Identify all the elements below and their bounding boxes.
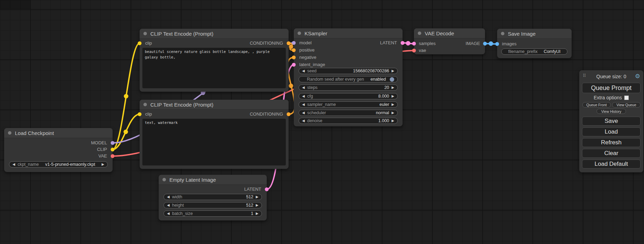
- increment-arrow-icon[interactable]: [391, 84, 394, 91]
- widget-label: ckpt_name: [18, 162, 39, 167]
- input-slot-vae: vae: [419, 48, 426, 53]
- widget-value: 512: [246, 203, 253, 208]
- increment-arrow-icon[interactable]: [391, 118, 394, 124]
- increment-arrow-icon[interactable]: [256, 194, 258, 200]
- wire-positive: [289, 43, 294, 50]
- extra-options-checkbox[interactable]: [624, 96, 629, 100]
- increment-arrow-icon[interactable]: [391, 93, 394, 99]
- batch-size-widget[interactable]: batch_size 1: [164, 210, 262, 217]
- node-header[interactable]: KSampler: [294, 28, 403, 38]
- view-history-button[interactable]: View History: [597, 109, 626, 114]
- input-slot-model: model: [299, 40, 311, 46]
- decrement-arrow-icon[interactable]: [167, 202, 170, 208]
- widget-label: cfg: [307, 94, 313, 99]
- drag-handle-icon[interactable]: [583, 73, 586, 78]
- collapse-dot-icon[interactable]: [143, 103, 147, 106]
- queue-prompt-button[interactable]: Queue Prompt: [582, 83, 641, 93]
- collapse-dot-icon[interactable]: [8, 131, 11, 135]
- prompt-text-input[interactable]: text, watermark: [142, 119, 286, 165]
- load-default-button[interactable]: Load Default: [582, 160, 641, 169]
- ckpt-name-widget[interactable]: ckpt_name v1-5-pruned-emaonly.ckpt: [9, 161, 108, 168]
- extra-options-row: Extra options: [579, 95, 643, 100]
- increment-arrow-icon[interactable]: [391, 68, 394, 74]
- decrement-arrow-icon[interactable]: [302, 84, 305, 91]
- node-title: Load Checkpoint: [15, 130, 54, 136]
- decrement-arrow-icon[interactable]: [167, 210, 170, 217]
- node-header[interactable]: Load Checkpoint: [4, 128, 113, 138]
- refresh-button[interactable]: Refresh: [582, 138, 641, 147]
- widget-value: 8.000: [378, 94, 389, 99]
- increment-arrow-icon[interactable]: [256, 202, 258, 208]
- cfg-widget[interactable]: cfg 8.000: [299, 93, 398, 99]
- input-slot-negative: negative: [299, 55, 316, 60]
- node-header[interactable]: CLIP Text Encode (Prompt): [140, 29, 289, 39]
- collapse-dot-icon[interactable]: [418, 31, 421, 35]
- widget-value: v1-5-pruned-emaonly.ckpt: [45, 162, 95, 167]
- wire-clip-to-clip2: [113, 114, 140, 150]
- decrement-arrow-icon[interactable]: [302, 101, 305, 108]
- wire-midpoint-dot: [124, 130, 128, 134]
- widget-label: width: [172, 195, 182, 199]
- widget-value: 156680208700286: [353, 69, 389, 73]
- node-empty-latent-image[interactable]: Empty Latent Image LATENT width 512 heig…: [159, 175, 267, 220]
- collapse-dot-icon[interactable]: [298, 31, 301, 35]
- input-slot-clip: clip: [145, 111, 152, 117]
- collapse-dot-icon[interactable]: [143, 32, 147, 35]
- queue-front-button[interactable]: Queue Front: [582, 102, 611, 108]
- decrement-arrow-icon[interactable]: [302, 68, 305, 74]
- canvas-corner-shade: [0, 0, 30, 9]
- random-seed-toggle-widget[interactable]: Random seed after every gen enabled: [299, 76, 398, 82]
- node-vae-decode[interactable]: VAE Decode samples vae IMAGE: [414, 28, 485, 54]
- scheduler-widget[interactable]: scheduler normal: [299, 110, 398, 116]
- widget-label: seed: [307, 69, 317, 73]
- wire-midpoint-dot: [406, 41, 411, 46]
- widget-label: height: [172, 203, 184, 208]
- collapse-dot-icon[interactable]: [162, 178, 166, 181]
- node-clip-text-encode-positive[interactable]: CLIP Text Encode (Prompt) clip CONDITION…: [140, 29, 289, 92]
- node-ksampler[interactable]: KSampler model positive negative latent_…: [294, 28, 403, 126]
- node-save-image[interactable]: Save Image images filename_prefix ComfyU…: [497, 29, 572, 58]
- decrement-arrow-icon[interactable]: [12, 161, 15, 168]
- wire-ksampler-latent: [403, 43, 414, 44]
- load-button[interactable]: Load: [582, 127, 641, 136]
- decrement-arrow-icon[interactable]: [302, 110, 305, 116]
- gear-icon[interactable]: [635, 73, 640, 80]
- node-header[interactable]: Empty Latent Image: [159, 175, 267, 185]
- output-slot-vae: VAE: [98, 153, 107, 159]
- increment-arrow-icon[interactable]: [256, 210, 258, 217]
- output-slot-clip: CLIP: [97, 147, 107, 152]
- sampler-name-widget[interactable]: sampler_name euler: [299, 101, 398, 108]
- view-queue-button[interactable]: View Queue: [612, 102, 641, 108]
- output-slot-conditioning: CONDITIONING: [250, 40, 283, 46]
- decrement-arrow-icon[interactable]: [302, 118, 305, 124]
- collapse-dot-icon[interactable]: [501, 32, 504, 35]
- filename-prefix-widget[interactable]: filename_prefix ComfyUI: [501, 48, 567, 55]
- node-load-checkpoint[interactable]: Load Checkpoint MODEL CLIP VAE ckpt_name…: [4, 128, 113, 172]
- node-header[interactable]: Save Image: [497, 29, 572, 39]
- node-title: CLIP Text Encode (Prompt): [150, 102, 213, 108]
- input-slot-samples: samples: [419, 41, 435, 46]
- increment-arrow-icon[interactable]: [391, 110, 394, 116]
- prompt-text-input[interactable]: beautiful scenery nature glass bottle la…: [142, 48, 286, 88]
- clear-button[interactable]: Clear: [582, 149, 641, 158]
- node-title: KSampler: [305, 30, 327, 36]
- node-title: VAE Decode: [425, 30, 454, 36]
- increment-arrow-icon[interactable]: [391, 101, 394, 108]
- node-header[interactable]: VAE Decode: [414, 28, 485, 38]
- steps-widget[interactable]: steps 20: [299, 84, 398, 91]
- height-widget[interactable]: height 512: [164, 202, 262, 208]
- increment-arrow-icon[interactable]: [102, 161, 104, 168]
- queue-size-label: Queue size: 0: [579, 74, 643, 79]
- graph-canvas[interactable]: CLIP Text Encode (Prompt) clip CONDITION…: [0, 0, 644, 244]
- node-header[interactable]: CLIP Text Encode (Prompt): [140, 100, 289, 110]
- denoise-widget[interactable]: denoise 1.000: [299, 118, 398, 124]
- toggle-dot-icon[interactable]: [390, 77, 394, 82]
- width-widget[interactable]: width 512: [164, 194, 262, 200]
- decrement-arrow-icon[interactable]: [167, 194, 170, 200]
- decrement-arrow-icon[interactable]: [302, 93, 305, 99]
- save-button[interactable]: Save: [582, 117, 641, 126]
- widget-value: ComfyUI: [544, 49, 561, 54]
- widget-label: steps: [307, 85, 318, 90]
- seed-widget[interactable]: seed 156680208700286: [299, 68, 398, 74]
- node-clip-text-encode-negative[interactable]: CLIP Text Encode (Prompt) clip CONDITION…: [140, 100, 289, 169]
